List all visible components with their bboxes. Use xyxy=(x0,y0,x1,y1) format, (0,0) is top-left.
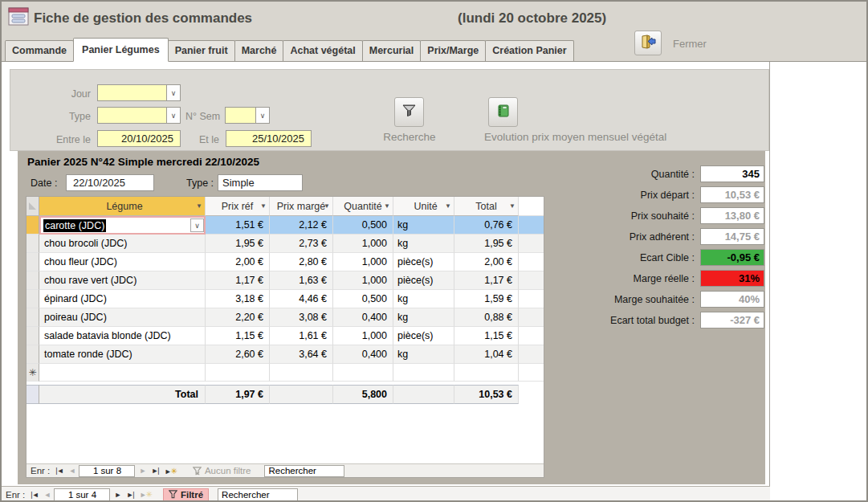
cell-legume[interactable]: salade batavia blonde (JDC) xyxy=(39,327,206,345)
new-blank-record-icon[interactable]: ►✳ xyxy=(138,490,154,499)
tab-creation-panier[interactable]: Création Panier xyxy=(485,40,573,61)
datasheet-search-box[interactable]: Rechercher xyxy=(264,465,344,477)
row-selector[interactable] xyxy=(26,290,39,308)
entre-le-input[interactable]: 20/10/2025 xyxy=(97,130,181,147)
table-row[interactable]: salade batavia blonde (JDC) 1,15 € 1,61 … xyxy=(26,327,544,345)
cell-legume[interactable]: tomate ronde (JDC) xyxy=(39,345,206,364)
cell-total[interactable]: 1,15 € xyxy=(454,327,519,345)
sem-combo-dropdown-icon[interactable]: ∨ xyxy=(255,108,269,123)
cell-prix-ref[interactable]: 1,51 € xyxy=(206,216,270,235)
cell-prix-marge[interactable]: 3,64 € xyxy=(270,345,333,364)
cell-legume[interactable]: chou fleur (JDC) xyxy=(39,253,206,271)
cell-unite[interactable]: pièce(s) xyxy=(393,253,454,271)
table-row[interactable]: chou fleur (JDC) 2,00 € 2,80 € 1,000 piè… xyxy=(26,253,544,271)
stat-value[interactable]: 345 xyxy=(700,165,764,182)
cell-prix-marge[interactable]: 1,61 € xyxy=(270,327,333,345)
cell-total[interactable]: 1,59 € xyxy=(454,290,519,308)
stat-value[interactable]: -327 € xyxy=(700,312,764,329)
first-record-icon[interactable]: |◄ xyxy=(54,467,64,475)
recherche-button[interactable] xyxy=(394,97,424,127)
evolution-button[interactable] xyxy=(488,97,518,127)
table-row[interactable]: chou brocoli (JDC) 1,95 € 2,73 € 1,000 k… xyxy=(26,235,544,253)
cell-prix-ref[interactable]: 1,17 € xyxy=(206,271,270,290)
cell-prix-ref[interactable]: 1,95 € xyxy=(206,235,270,253)
cell-unite[interactable]: kg xyxy=(393,308,454,327)
cell-quantite[interactable]: 1,000 xyxy=(333,271,393,290)
et-le-input[interactable]: 25/10/2025 xyxy=(226,130,312,147)
column-header-unite[interactable]: Unité▼ xyxy=(393,197,454,216)
last-record-icon[interactable]: ►| xyxy=(149,467,160,475)
tab-achat-vegetal[interactable]: Achat végétal xyxy=(283,40,362,61)
cell-quantite[interactable]: 0,500 xyxy=(333,290,393,308)
cell-legume[interactable]: chou rave vert (JDC) xyxy=(39,271,206,290)
tab-panier-fruit[interactable]: Panier fruit xyxy=(168,40,235,61)
column-header-total[interactable]: Total▼ xyxy=(454,197,519,216)
cell-quantite[interactable]: 0,400 xyxy=(333,345,393,364)
cell-prix-marge[interactable]: 2,12 € xyxy=(270,216,333,235)
cell-prix-marge[interactable]: 1,63 € xyxy=(270,271,333,290)
cell-unite[interactable]: kg xyxy=(393,290,454,308)
cell-legume[interactable]: chou brocoli (JDC) xyxy=(39,235,206,253)
cell-total[interactable]: 0,88 € xyxy=(454,308,519,327)
row-selector[interactable] xyxy=(26,327,39,345)
row-selector[interactable] xyxy=(26,253,39,271)
stat-value[interactable]: 31% xyxy=(700,270,764,287)
row-selector[interactable] xyxy=(26,345,39,364)
column-header-prix-marge[interactable]: Prix margé▼ xyxy=(270,197,333,216)
row-selector[interactable] xyxy=(26,235,39,253)
column-filter-caret-icon[interactable]: ▼ xyxy=(384,202,390,210)
cell-prix-marge[interactable]: 3,08 € xyxy=(270,308,333,327)
cell-prix-ref[interactable]: 3,18 € xyxy=(206,290,270,308)
stat-value[interactable]: -0,95 € xyxy=(700,249,764,266)
table-row[interactable]: poireau (JDC) 2,20 € 3,08 € 0,400 kg 0,8… xyxy=(26,308,544,327)
cell-unite[interactable]: kg xyxy=(393,345,454,364)
date-input[interactable]: 22/10/2025 xyxy=(66,174,154,191)
row-selector[interactable] xyxy=(26,308,39,327)
stat-value[interactable]: 10,53 € xyxy=(700,186,764,203)
stat-value[interactable]: 14,75 € xyxy=(700,228,764,245)
cell-total[interactable]: 1,04 € xyxy=(454,345,519,364)
cell-quantite[interactable]: 0,500 xyxy=(333,216,393,235)
num-sem-combo[interactable]: ∨ xyxy=(225,107,270,124)
stat-value[interactable]: 40% xyxy=(700,291,764,308)
cell-prix-ref[interactable]: 2,60 € xyxy=(206,345,270,364)
cell-quantite[interactable]: 1,000 xyxy=(333,235,393,253)
tab-panier-legumes[interactable]: Panier Légumes xyxy=(73,38,169,62)
cell-legume[interactable]: carotte (JDC)∨ xyxy=(39,216,206,235)
new-blank-record-icon[interactable]: ►✳ xyxy=(163,467,179,475)
table-row[interactable]: tomate ronde (JDC) 2,60 € 3,64 € 0,400 k… xyxy=(26,345,544,364)
column-filter-caret-icon[interactable]: ▼ xyxy=(445,202,451,210)
tab-prix-marge[interactable]: Prix/Marge xyxy=(420,40,486,61)
select-all-corner[interactable] xyxy=(26,197,39,216)
column-header-quantite[interactable]: Quantité▼ xyxy=(333,197,393,216)
form-search-box[interactable]: Rechercher xyxy=(218,488,298,501)
legume-combo-dropdown-icon[interactable]: ∨ xyxy=(190,218,204,232)
type-filter-combo[interactable]: ∨ xyxy=(97,107,181,124)
no-filter-toggle[interactable]: Aucun filtre xyxy=(188,465,256,476)
cell-prix-ref[interactable]: 1,15 € xyxy=(206,327,270,345)
cell-legume[interactable]: épinard (JDC) xyxy=(39,290,206,308)
cell-unite[interactable]: pièce(s) xyxy=(393,327,454,345)
table-row[interactable]: chou rave vert (JDC) 1,17 € 1,63 € 1,000… xyxy=(26,271,544,290)
row-selector[interactable] xyxy=(26,271,39,290)
tab-mercurial[interactable]: Mercurial xyxy=(362,40,422,61)
next-record-icon[interactable]: ► xyxy=(137,467,147,475)
fermer-button[interactable] xyxy=(634,31,662,55)
jour-combo[interactable]: ∨ xyxy=(97,84,181,101)
stat-value[interactable]: 13,80 € xyxy=(700,207,764,224)
row-selector[interactable] xyxy=(26,216,39,235)
cell-unite[interactable]: pièce(s) xyxy=(393,271,454,290)
type-combo-dropdown-icon[interactable]: ∨ xyxy=(166,108,180,123)
previous-record-icon[interactable]: ◄ xyxy=(43,491,52,499)
first-record-icon[interactable]: |◄ xyxy=(29,491,39,499)
cell-total[interactable]: 1,95 € xyxy=(454,235,519,253)
last-record-icon[interactable]: ►| xyxy=(124,491,135,499)
table-row[interactable]: épinard (JDC) 3,18 € 4,46 € 0,500 kg 1,5… xyxy=(26,290,544,308)
table-row[interactable]: carotte (JDC)∨ 1,51 € 2,12 € 0,500 kg 0,… xyxy=(26,216,544,235)
cell-total[interactable]: 2,00 € xyxy=(454,253,519,271)
column-filter-caret-icon[interactable]: ▼ xyxy=(509,202,516,210)
filtered-toggle[interactable]: Filtré xyxy=(163,488,209,501)
cell-legume[interactable]: poireau (JDC) xyxy=(39,308,206,327)
cell-unite[interactable]: kg xyxy=(393,235,454,253)
new-record-row[interactable]: ✳ xyxy=(26,364,544,382)
